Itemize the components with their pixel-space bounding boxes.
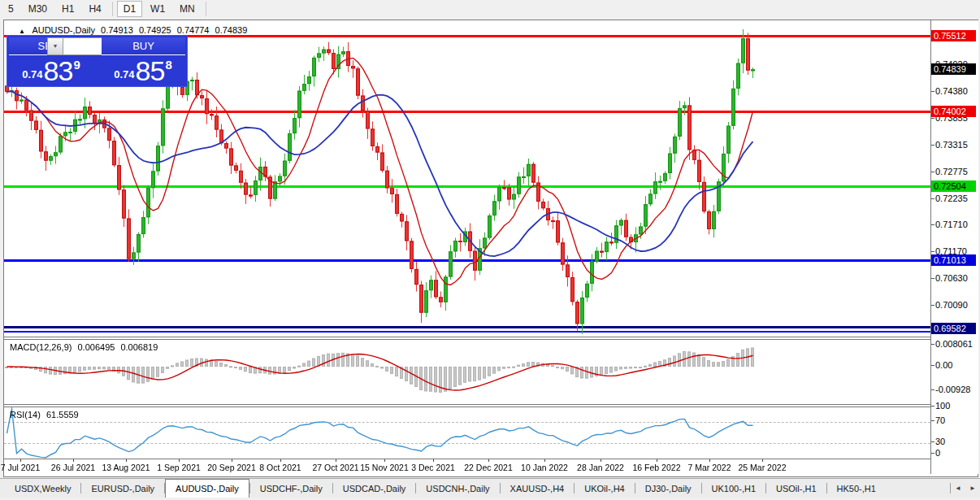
toolbar-separator	[112, 2, 113, 16]
date-label: 16 Feb 2022	[633, 463, 681, 472]
price-pane: ▲ AUDUSD-,Daily 0.74913 0.74925 0.74774 …	[4, 20, 930, 337]
rsi-value: 61.5559	[46, 410, 79, 420]
chart-tab-usdchf-daily[interactable]: USDCHF-,Daily	[250, 479, 332, 498]
chart-tab-eurusd-daily[interactable]: EURUSD-,Daily	[81, 479, 164, 498]
price-tick-0.74380: 0.74380	[935, 86, 968, 96]
chart-tab-xauusd-h4[interactable]: XAUUSD-,H4	[501, 479, 575, 498]
macd-value-main: 0.006495	[77, 342, 115, 352]
triangle-down-icon: ▼	[53, 43, 59, 49]
date-tick	[709, 459, 710, 462]
date-label: 1 Sep 2021	[157, 463, 201, 472]
timeframe-button-W1[interactable]: W1	[144, 1, 171, 17]
price-badge-0.72504: 0.72504	[931, 180, 976, 192]
price-badge-0.75512: 0.75512	[931, 30, 976, 41]
macd-axis-0.008061: 0.008061	[935, 339, 973, 349]
rsi-canvas[interactable]	[4, 407, 930, 459]
date-label: 20 Sep 2021	[207, 463, 256, 472]
date-label: 27 Oct 2021	[312, 463, 358, 472]
chart-tab-uk100-h1[interactable]: UK100-,H1	[702, 479, 765, 498]
date-tick	[73, 459, 74, 462]
date-tick	[433, 459, 434, 462]
date-tick	[126, 459, 127, 462]
date-axis[interactable]: 7 Jul 202126 Jul 202113 Aug 20211 Sep 20…	[4, 459, 930, 476]
buy-button[interactable]: BUY	[102, 37, 185, 55]
toolbar-separator	[206, 2, 206, 16]
chart-tab-bar: USDX,WeeklyEURUSD-,DailyAUDUSD-,DailyUSD…	[0, 478, 980, 498]
timeframe-toolbar: 5M30H1H4D1W1MN	[0, 0, 980, 18]
rsi-pane: RSI(14) 61.5559	[4, 404, 930, 459]
tabbar-spacer	[886, 479, 950, 498]
price-tick-0.73315: 0.73315	[935, 140, 968, 150]
timeframe-button-5[interactable]: 5	[2, 1, 20, 17]
date-tick	[336, 459, 336, 462]
rsi-axis-100: 100	[935, 401, 950, 411]
price-badge-0.74839: 0.74839	[931, 63, 976, 75]
date-label: 7 Jul 2021	[1, 463, 40, 472]
price-tick-0.72775: 0.72775	[935, 167, 968, 176]
chart-tab-hk50-h1[interactable]: HK50-,H1	[827, 479, 886, 498]
macd-pane: MACD(12,26,9) 0.006495 0.006819	[4, 337, 930, 405]
tab-scroll-right-icon[interactable]: ►	[965, 479, 980, 498]
one-click-trading-panel: SELL ▼ ▲ BUY 0.74839 0.74858	[7, 35, 188, 87]
date-label: 26 Jul 2021	[51, 463, 95, 472]
macd-label: MACD(12,26,9) 0.006495 0.006819	[10, 342, 161, 352]
macd-value-signal: 0.006819	[120, 342, 158, 352]
chart-tab-usdcnh-daily[interactable]: USDCNH-,Daily	[416, 479, 499, 498]
sell-price-point: 9	[73, 58, 80, 72]
buy-price-display: 0.74858	[101, 56, 185, 85]
rsi-axis-0: 0	[935, 448, 940, 458]
date-label: 8 Oct 2021	[259, 463, 301, 472]
chart-tab-usoil-h1[interactable]: USOil-,H1	[766, 479, 826, 498]
date-tick	[384, 459, 385, 462]
price-tick-0.71710: 0.71710	[935, 220, 968, 229]
sell-price-display: 0.74839	[9, 56, 93, 85]
date-label: 22 Dec 2021	[464, 463, 513, 472]
price-tick-0.70630: 0.70630	[935, 273, 968, 283]
rsi-axis-30: 30	[935, 437, 945, 446]
date-tick	[179, 459, 180, 462]
date-label: 13 Aug 2021	[102, 463, 150, 472]
date-tick	[762, 459, 763, 462]
date-label: 3 Dec 2021	[411, 463, 455, 472]
date-tick	[544, 459, 545, 462]
price-badge-0.71013: 0.71013	[931, 254, 976, 266]
sell-price-pips: 83	[44, 58, 73, 85]
timeframe-button-H1[interactable]: H1	[55, 1, 80, 17]
macd-axis-0.00: 0.00	[935, 360, 952, 370]
date-tick	[657, 459, 657, 462]
date-tick	[280, 459, 281, 462]
chart-tab-ukoil-h4[interactable]: UKOil-,H4	[575, 479, 635, 498]
chart-tab-audusd-daily[interactable]: AUDUSD-,Daily	[165, 479, 249, 498]
price-badge-0.74002: 0.74002	[931, 106, 976, 117]
date-label: 25 Mar 2022	[739, 463, 787, 472]
buy-price-prefix: 0.74	[114, 68, 134, 80]
date-tick	[488, 459, 489, 462]
timeframe-button-MN[interactable]: MN	[173, 1, 202, 17]
date-label: 10 Jan 2022	[521, 463, 568, 472]
macd-name: MACD(12,26,9)	[10, 342, 72, 352]
price-tick-0.72235: 0.72235	[935, 193, 968, 203]
tab-scroll-left-icon[interactable]: ◄	[951, 479, 965, 498]
sell-price-prefix: 0.74	[22, 68, 42, 80]
price-badge-0.69582: 0.69582	[931, 323, 976, 334]
buy-price-point: 8	[165, 58, 171, 72]
date-label: 7 Mar 2022	[687, 463, 731, 472]
buy-price-pips: 85	[136, 58, 165, 85]
date-tick	[232, 459, 232, 462]
rsi-name: RSI(14)	[10, 410, 41, 420]
date-label: 15 Nov 2021	[360, 463, 409, 472]
date-tick	[20, 459, 21, 462]
chart-tab-usdx-weekly[interactable]: USDX,Weekly	[5, 479, 80, 498]
date-tick	[601, 459, 601, 462]
rsi-label: RSI(14) 61.5559	[10, 410, 82, 420]
chart-tab-dj30-daily[interactable]: DJ30-,Daily	[635, 479, 701, 498]
volume-decrease-button[interactable]: ▼	[47, 37, 63, 55]
macd-axis--0.00928: -0.00928	[935, 385, 970, 394]
price-axis[interactable]: 0.754600.749200.743800.738550.733150.727…	[930, 20, 978, 474]
rsi-axis-70: 70	[935, 415, 945, 425]
timeframe-button-D1[interactable]: D1	[117, 1, 142, 17]
price-tick-0.70090: 0.70090	[935, 300, 968, 310]
timeframe-button-M30[interactable]: M30	[22, 1, 54, 17]
timeframe-button-H4[interactable]: H4	[82, 1, 107, 17]
chart-tab-usdcad-daily[interactable]: USDCAD-,Daily	[333, 479, 416, 498]
